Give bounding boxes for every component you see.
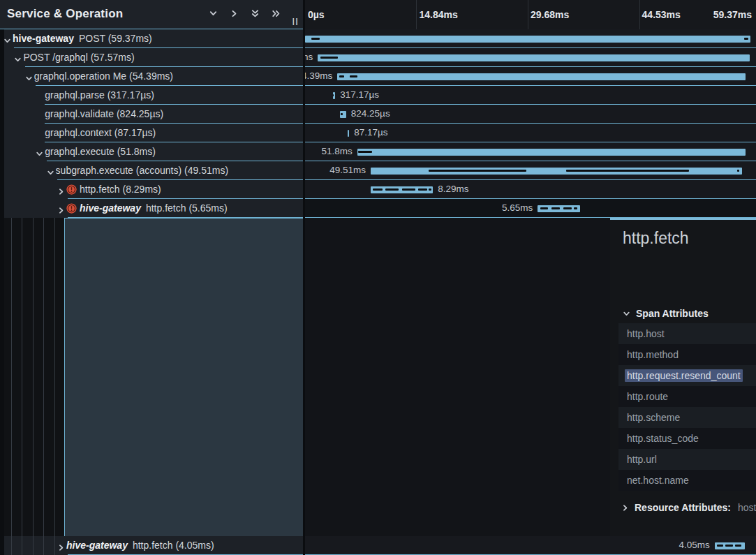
span-detail-panel: http.fetch Service: hive-gatewayDuration… (610, 218, 756, 536)
span-bar-child-mark (350, 75, 357, 77)
tree-row-bottom[interactable]: hive-gatewayhttp.fetch (4.05ms) (0, 536, 303, 555)
operation-name: http.fetch (5.65ms) (146, 202, 228, 214)
span-label: graphql.context (87.17µs) (45, 127, 156, 138)
tree-row-6[interactable]: graphql.execute (51.8ms) (0, 142, 303, 161)
operation-name: POST /graphql (57.57ms) (23, 52, 134, 63)
attribute-row-http.method: http.method"POST" (618, 344, 756, 365)
axis-tick-1: 14.84ms (419, 9, 457, 20)
span-bar[interactable] (348, 130, 349, 137)
operation-name: graphql.execute (51.8ms) (45, 146, 156, 157)
expand-all-icon[interactable] (272, 9, 281, 18)
resource-attributes-row[interactable]: Resource Attributes:host.arch=arm64host.… (621, 502, 756, 513)
timeline-row-5[interactable]: 87.17µs (305, 124, 756, 142)
timeline-row-8[interactable]: 8.29ms (305, 180, 756, 199)
span-attributes-table: http.host"localhost:4011"http.method"POS… (618, 323, 756, 491)
span-label: graphql.operation Me (54.39ms) (34, 71, 173, 82)
collapse-all-icon[interactable] (251, 9, 260, 18)
chevron-down-icon[interactable] (36, 148, 43, 156)
span-bar-child-mark (311, 38, 320, 40)
span-bar-child-mark (385, 188, 399, 191)
span-bar-child-mark (725, 545, 733, 547)
span-label: graphql.validate (824.25µs) (45, 108, 163, 119)
span-bar-child-mark (540, 207, 548, 209)
span-bar-child-mark (429, 188, 431, 191)
timeline-row-9[interactable]: 5.65ms (305, 199, 756, 218)
span-duration-label: 51.8ms (321, 146, 352, 156)
span-bar[interactable] (305, 36, 750, 43)
attribute-row-http.url: http.url"http://localhost:4011/" (618, 449, 756, 470)
timeline-row-1[interactable]: 57.57ms (305, 48, 756, 67)
tree-row-5[interactable]: graphql.context (87.17µs) (0, 124, 303, 142)
tree-row-8[interactable]: http.fetch (8.29ms) (0, 180, 303, 199)
span-duration-label: 824.25µs (351, 108, 390, 119)
timeline-row-7[interactable]: 49.51ms (305, 161, 756, 180)
error-status-icon (66, 184, 77, 195)
tree-row-1[interactable]: POST /graphql (57.57ms) (0, 48, 303, 67)
attribute-key: http.status_code (627, 433, 756, 444)
span-bar[interactable] (357, 149, 746, 156)
tree-row-4[interactable]: graphql.validate (824.25µs) (0, 105, 303, 124)
span-label: POST /graphql (57.57ms) (23, 52, 134, 63)
axis-tick-3: 44.53ms (642, 9, 681, 20)
attribute-key: net.host.name (627, 475, 756, 486)
span-bar-child-mark (373, 188, 383, 191)
tree-left-gutter (0, 29, 4, 555)
span-bar-child-mark (737, 170, 739, 172)
span-attributes-header[interactable]: Span Attributes (623, 308, 709, 319)
collapse-one-icon[interactable] (209, 9, 218, 18)
chevron-right-icon[interactable] (57, 205, 65, 212)
axis-tick-0: 0µs (308, 9, 325, 20)
panel-title: Service & Operation (7, 7, 123, 21)
axis-tick-4: 59.37ms (713, 9, 752, 20)
timeline-row-2[interactable]: 54.39ms (305, 67, 756, 86)
attribute-row-http.scheme: http.scheme"http:" (618, 407, 756, 428)
indent-guide-1 (22, 218, 22, 555)
span-attributes-header-label: Span Attributes (636, 308, 709, 319)
timeline-row-bottom[interactable]: 4.05ms (305, 536, 756, 555)
chevron-down-icon[interactable] (3, 35, 11, 43)
tree-row-0[interactable]: hive-gatewayPOST (59.37ms) (0, 29, 303, 48)
attribute-row-http.host: http.host"localhost:4011" (618, 323, 756, 344)
timeline-row-3[interactable]: 317.17µs (305, 86, 756, 105)
span-bar-child-mark (735, 545, 741, 547)
span-bar-child-mark (339, 75, 345, 77)
chevron-down-icon[interactable] (14, 54, 22, 61)
operation-name: http.fetch (4.05ms) (133, 540, 214, 551)
attribute-key: http.url (627, 454, 756, 465)
operation-name: graphql.parse (317.17µs) (45, 89, 154, 101)
span-bar-child-mark (574, 207, 577, 209)
timeline-row-6[interactable]: 51.8ms (305, 142, 756, 161)
chevron-down-icon[interactable] (25, 73, 33, 80)
chevron-down-icon[interactable] (47, 167, 54, 175)
timeline-row-4[interactable]: 824.25µs (305, 105, 756, 124)
attribute-row-http.request.resend_count: http.request.resend_count1 (618, 365, 756, 386)
operation-name: graphql.operation Me (54.39ms) (34, 71, 173, 82)
span-duration-label: 49.51ms (329, 165, 366, 175)
tree-row-9[interactable]: hive-gatewayhttp.fetch (5.65ms) (0, 199, 303, 218)
operation-name: subgraph.execute (accounts) (49.51ms) (56, 165, 228, 176)
panel-resize-handle[interactable]: || (292, 17, 299, 25)
selected-span-children-region (64, 218, 303, 536)
timeline-row-0[interactable] (305, 29, 756, 48)
span-duration-label: 4.05ms (679, 540, 710, 550)
tree-row-2[interactable]: graphql.operation Me (54.39ms) (0, 67, 303, 86)
service-name: hive-gateway (66, 540, 128, 551)
span-duration-label: 5.65ms (502, 202, 533, 213)
chevron-right-icon (621, 503, 629, 510)
chevron-right-icon[interactable] (57, 542, 65, 549)
waterfall-timeline: 0µs14.84ms29.68ms44.53ms59.37ms 57.57ms5… (305, 0, 756, 555)
chevron-right-icon[interactable] (57, 186, 65, 193)
attribute-key: http.request.resend_count (627, 370, 756, 381)
timeline-axis-header: 0µs14.84ms29.68ms44.53ms59.37ms (305, 0, 756, 29)
operation-name: http.fetch (8.29ms) (80, 184, 161, 195)
span-duration-label: 87.17µs (354, 127, 387, 138)
tree-row-3[interactable]: graphql.parse (317.17µs) (0, 86, 303, 105)
span-bar[interactable] (337, 73, 746, 80)
expand-one-icon[interactable] (230, 9, 239, 18)
span-bar-child-mark (551, 207, 561, 209)
tree-row-7[interactable]: subgraph.execute (accounts) (49.51ms) (0, 161, 303, 180)
indent-guide-0 (11, 218, 12, 555)
attribute-row-http.route: http.route"/" (618, 386, 756, 407)
service-name: hive-gateway (13, 33, 74, 44)
span-bar[interactable] (318, 54, 750, 61)
